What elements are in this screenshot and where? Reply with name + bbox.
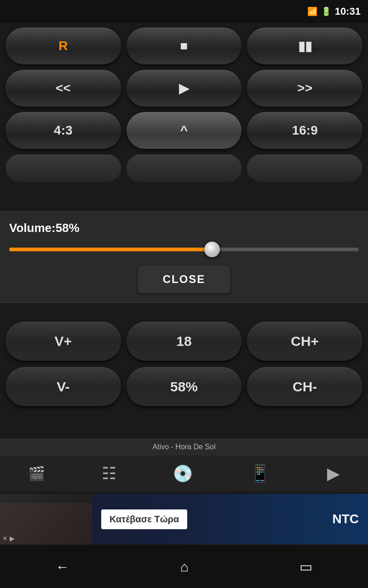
ratio-43-button[interactable]: 4:3: [6, 112, 121, 149]
list-icon: ☷: [102, 464, 116, 483]
partial-row: [6, 154, 362, 182]
status-row-text: Ativo - Hora De Sol: [153, 443, 216, 451]
bottom-nav: 🎬 ☷ 💿 📱 ▶: [0, 455, 368, 492]
volume-percent-button[interactable]: 58%: [126, 367, 242, 406]
back-button[interactable]: ←: [42, 554, 83, 579]
slider-thumb[interactable]: [204, 242, 220, 257]
close-button[interactable]: CLOSE: [138, 266, 230, 293]
channel-down-button[interactable]: CH-: [247, 367, 362, 406]
vchannel-row-1: V+ 18 CH+: [6, 322, 362, 361]
phone-icon: 📱: [250, 464, 270, 483]
volume-label: Volume:58%: [9, 221, 359, 235]
fastforward-button[interactable]: >>: [247, 70, 362, 107]
bottom-buttons: V+ 18 CH+ V- 58% CH-: [0, 322, 368, 412]
home-button[interactable]: ⌂: [167, 554, 202, 579]
partial-btn-3: [247, 154, 362, 182]
nav-list[interactable]: ☷: [94, 460, 124, 487]
nav-vlc[interactable]: 🎬: [21, 462, 52, 485]
ratio-169-button[interactable]: 16:9: [247, 112, 362, 149]
btn-row-3: 4:3 ^ 16:9: [6, 112, 362, 149]
ad-content: Κατέβασε Τώρα NTC ✕ ▶: [0, 494, 368, 544]
vlc-icon: 🎬: [28, 465, 45, 481]
nav-youtube[interactable]: ▶: [320, 460, 347, 487]
vchannel-row-2: V- 58% CH-: [6, 367, 362, 406]
status-bar: 📶 🔋 10:31: [0, 0, 368, 23]
battery-icon: 🔋: [321, 6, 331, 17]
channel-number-button[interactable]: 18: [126, 322, 242, 361]
remote-area: R ■ ▮▮ << ▶ >> 4:3 ^ 16:9: [0, 23, 368, 192]
nav-phone[interactable]: 📱: [242, 460, 278, 487]
slider-track: [9, 248, 359, 251]
rewind-button[interactable]: <<: [6, 70, 121, 107]
record-button[interactable]: R: [6, 28, 121, 64]
status-row: Ativo - Hora De Sol: [0, 439, 368, 455]
stop-button[interactable]: ■: [126, 28, 242, 64]
ad-logo: NTC: [332, 512, 359, 526]
status-time: 10:31: [335, 6, 361, 17]
up-button[interactable]: ^: [126, 112, 242, 149]
slider-container[interactable]: [9, 243, 359, 256]
ad-text[interactable]: Κατέβασε Τώρα: [101, 509, 187, 529]
disc-icon: 💿: [172, 464, 193, 483]
btn-row-1: R ■ ▮▮: [6, 28, 362, 64]
ad-brand: NTC: [332, 512, 359, 526]
slider-fill: [9, 248, 212, 251]
volume-down-button[interactable]: V-: [6, 367, 121, 406]
volume-up-button[interactable]: V+: [6, 322, 121, 361]
pause-button[interactable]: ▮▮: [247, 28, 362, 64]
nav-disc[interactable]: 💿: [165, 460, 201, 487]
youtube-icon: ▶: [327, 464, 340, 483]
ad-close-x[interactable]: ✕ ▶: [2, 535, 15, 542]
recent-button[interactable]: ▭: [286, 554, 326, 579]
btn-row-2: << ▶ >>: [6, 70, 362, 107]
volume-overlay: Volume:58% CLOSE: [0, 211, 368, 303]
system-nav: ← ⌂ ▭: [0, 545, 368, 588]
status-icons: 📶 🔋 10:31: [307, 6, 361, 17]
play-button[interactable]: ▶: [126, 70, 242, 107]
wifi-icon: 📶: [307, 6, 317, 17]
partial-btn-2: [126, 154, 242, 182]
partial-btn-1: [6, 154, 121, 182]
channel-up-button[interactable]: CH+: [247, 322, 362, 361]
ad-banner: Κατέβασε Τώρα NTC ✕ ▶: [0, 494, 368, 544]
